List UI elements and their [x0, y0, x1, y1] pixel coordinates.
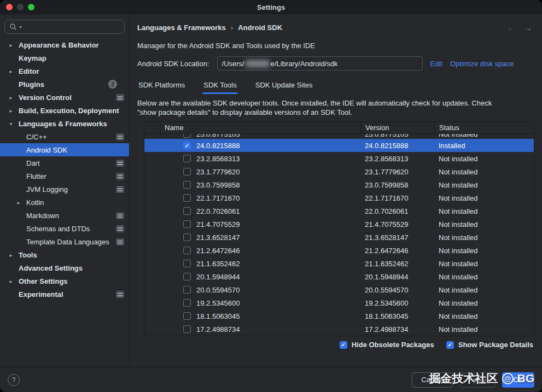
package-checkbox[interactable] — [183, 233, 191, 241]
package-checkbox[interactable] — [183, 220, 191, 228]
sidebar-item-dart[interactable]: Dart — [0, 156, 129, 169]
settings-source-icon — [116, 212, 124, 219]
sdk-tool-row[interactable]: 18.1.506304518.1.5063045Not installed — [144, 309, 534, 323]
sdk-tool-row[interactable]: 25.0.877510525.0.8775105Not installed — [144, 134, 534, 139]
breadcrumb-parent[interactable]: Languages & Frameworks — [137, 24, 226, 32]
settings-search-input[interactable]: ▼ — [4, 20, 125, 34]
sdk-tool-row[interactable]: 23.1.777962023.1.7779620Not installed — [144, 165, 534, 178]
sdk-location-field[interactable]: /Users/ e/Library/Android/sdk — [217, 56, 423, 71]
package-version: 25.0.8775105 — [360, 134, 434, 138]
sdk-tool-row[interactable]: 20.0.559457020.0.5594570Not installed — [144, 283, 534, 296]
sdk-tool-row[interactable]: 22.1.717167022.1.7171670Not installed — [144, 191, 534, 204]
chevron-right-icon[interactable]: ▸ — [7, 68, 15, 74]
window-title: Settings — [0, 3, 542, 11]
sdk-tool-row[interactable]: 21.1.635246221.1.6352462Not installed — [144, 257, 534, 270]
tab-sdk-platforms[interactable]: SDK Platforms — [137, 77, 186, 94]
sdk-tool-row[interactable]: ✓24.0.821588824.0.8215888Installed — [144, 139, 534, 152]
sidebar-item-markdown[interactable]: Markdown — [0, 209, 129, 222]
package-checkbox[interactable] — [183, 168, 191, 175]
sidebar-item-label: Schemas and DTDs — [26, 225, 90, 233]
package-name: 21.4.7075529 — [196, 220, 240, 229]
sdk-tool-row[interactable]: 21.4.707552921.4.7075529Not installed — [144, 218, 534, 231]
edit-link[interactable]: Edit — [430, 60, 442, 68]
package-name: 19.2.5345600 — [196, 299, 240, 307]
sidebar-item-template-data-languages[interactable]: Template Data Languages — [0, 235, 129, 248]
sdk-tool-row[interactable]: 23.0.759985823.0.7599858Not installed — [144, 178, 534, 191]
sidebar-item-advanced-settings[interactable]: Advanced Settings — [0, 261, 129, 274]
chevron-right-icon[interactable]: ▸ — [7, 108, 15, 114]
sidebar-item-other-settings[interactable]: ▸Other Settings — [0, 274, 129, 288]
show-package-details-option[interactable]: ✓Show Package Details — [446, 341, 533, 349]
sidebar-item-experimental[interactable]: Experimental — [0, 288, 129, 301]
sidebar-item-build-execution-deployment[interactable]: ▸Build, Execution, Deployment — [0, 104, 129, 117]
chevron-right-icon[interactable]: ▸ — [7, 42, 15, 48]
sidebar-item-label: Languages & Frameworks — [19, 120, 107, 128]
package-name: 23.2.8568313 — [196, 155, 240, 163]
sidebar-item-c-c[interactable]: C/C++ — [0, 130, 129, 143]
sdk-tool-row[interactable]: 17.2.498873417.2.4988734Not installed — [144, 323, 534, 336]
settings-sidebar: ▼ ▸Appearance & BehaviorKeymap▸EditorPlu… — [0, 14, 130, 367]
forward-arrow-icon[interactable]: → — [524, 23, 532, 32]
package-checkbox[interactable] — [183, 247, 191, 254]
chevron-right-icon[interactable]: ▸ — [7, 252, 15, 258]
sdk-tool-row[interactable]: 20.1.594894420.1.5948944Not installed — [144, 270, 534, 283]
sidebar-item-flutter[interactable]: Flutter — [0, 169, 129, 183]
sdk-tool-row[interactable]: 21.2.647264621.2.6472646Not installed — [144, 244, 534, 257]
sidebar-item-languages-frameworks[interactable]: ▾Languages & Frameworks — [0, 117, 129, 130]
sidebar-item-plugins[interactable]: Plugins2 — [0, 78, 129, 91]
sidebar-item-keymap[interactable]: Keymap — [0, 51, 129, 65]
optimize-disk-space-link[interactable]: Optimize disk space — [450, 60, 514, 68]
tab-sdk-tools[interactable]: SDK Tools — [202, 77, 237, 94]
hide-obsolete-packages-option[interactable]: ✓Hide Obsolete Packages — [340, 341, 434, 349]
name-cell: 21.3.6528147 — [160, 233, 360, 242]
sidebar-item-kotlin[interactable]: ▸Kotlin — [0, 196, 129, 209]
package-checkbox[interactable] — [183, 312, 191, 320]
column-header-status[interactable]: Status — [434, 122, 534, 133]
package-version: 21.2.6472646 — [360, 247, 434, 255]
sidebar-item-schemas-and-dtds[interactable]: Schemas and DTDs — [0, 222, 129, 235]
package-checkbox[interactable] — [183, 207, 191, 215]
package-version: 18.1.5063045 — [360, 312, 434, 320]
sidebar-item-version-control[interactable]: ▸Version Control — [0, 91, 129, 104]
column-header-name[interactable]: Name — [160, 122, 360, 133]
search-history-caret-icon[interactable]: ▼ — [19, 25, 22, 29]
package-checkbox[interactable] — [183, 181, 191, 189]
chevron-down-icon[interactable]: ▾ — [7, 121, 15, 127]
sidebar-item-editor[interactable]: ▸Editor — [0, 65, 129, 78]
sidebar-item-tools[interactable]: ▸Tools — [0, 248, 129, 261]
package-checkbox[interactable] — [183, 325, 191, 333]
column-header-version[interactable]: Version — [360, 122, 434, 133]
sidebar-item-jvm-logging[interactable]: JVM Logging — [0, 183, 129, 196]
sdk-tool-row[interactable]: 19.2.534560019.2.5345600Not installed — [144, 296, 534, 309]
chevron-right-icon[interactable]: ▸ — [14, 200, 23, 206]
back-arrow-icon[interactable]: ← — [507, 23, 515, 32]
package-status: Not installed — [434, 299, 534, 307]
titlebar: Settings — [0, 0, 542, 14]
package-checkbox[interactable] — [183, 273, 191, 280]
package-checkbox[interactable] — [183, 299, 191, 307]
package-checkbox[interactable] — [183, 155, 191, 162]
package-version: 23.1.7779620 — [360, 168, 434, 176]
chevron-right-icon[interactable]: ▸ — [7, 278, 15, 284]
sidebar-item-appearance-behavior[interactable]: ▸Appearance & Behavior — [0, 38, 129, 51]
hide-obsolete-packages-checkbox[interactable]: ✓ — [340, 341, 347, 349]
sdk-tool-row[interactable]: 22.0.702606122.0.7026061Not installed — [144, 204, 534, 218]
tab-sdk-update-sites[interactable]: SDK Update Sites — [254, 77, 314, 94]
show-package-details-checkbox[interactable]: ✓ — [446, 341, 454, 349]
package-checkbox[interactable]: ✓ — [183, 142, 191, 149]
chevron-right-icon[interactable]: ▸ — [7, 95, 15, 101]
package-version: 24.0.8215888 — [360, 142, 434, 150]
table-body: 25.0.877510525.0.8775105Not installed✓24… — [144, 134, 534, 336]
sidebar-item-android-sdk[interactable]: Android SDK — [0, 143, 129, 156]
sdk-tool-row[interactable]: 21.3.652814721.3.6528147Not installed — [144, 231, 534, 244]
sidebar-item-label: Experimental — [19, 290, 63, 299]
settings-source-icon — [116, 186, 124, 193]
package-checkbox[interactable] — [183, 134, 191, 138]
package-checkbox[interactable] — [183, 286, 191, 294]
help-button[interactable]: ? — [8, 374, 20, 386]
package-status: Not installed — [434, 273, 534, 281]
package-checkbox[interactable] — [183, 194, 191, 202]
sdk-location-value-suffix: e/Library/Android/sdk — [271, 60, 338, 68]
sdk-tool-row[interactable]: 23.2.856831323.2.8568313Not installed — [144, 152, 534, 165]
package-checkbox[interactable] — [183, 260, 191, 267]
